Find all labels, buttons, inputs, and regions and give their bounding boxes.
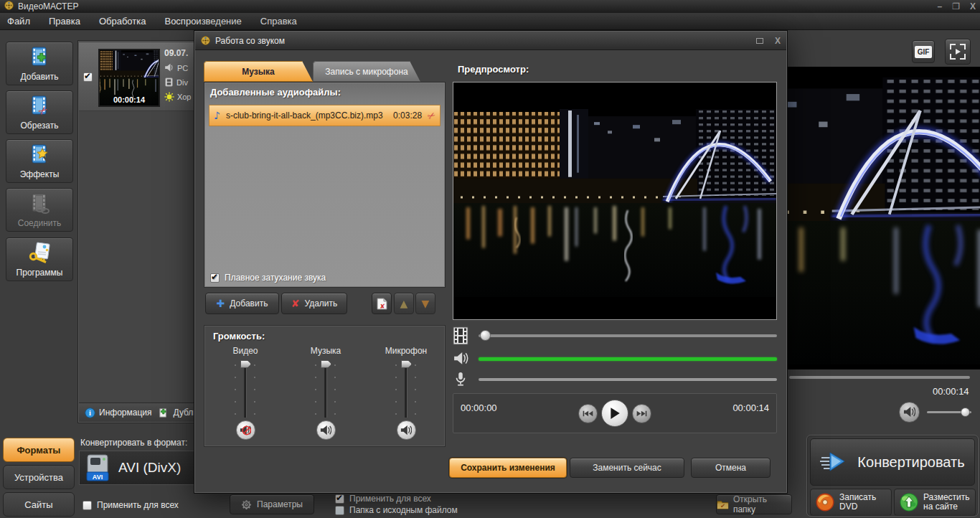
gif-button[interactable]: GIF bbox=[912, 40, 935, 63]
svg-text:✘: ✘ bbox=[380, 303, 385, 310]
cancel-button[interactable]: Отмена bbox=[691, 458, 771, 478]
tab-formats[interactable]: Форматы bbox=[3, 438, 75, 462]
fullscreen-play-icon bbox=[950, 44, 966, 60]
action-panel: Конвертировать ЗаписатьDVD Разместитьна … bbox=[806, 435, 979, 517]
clip-list-toolbar: i Информация Дублир bbox=[79, 402, 200, 422]
globe-upload-icon bbox=[899, 492, 919, 512]
menu-processing[interactable]: Обработка bbox=[99, 16, 146, 27]
apply-all-checkbox[interactable]: ✔ bbox=[335, 494, 344, 504]
tab-microphone[interactable]: Запись с микрофона bbox=[313, 61, 420, 82]
open-folder-button[interactable]: ✔ Открыть папку bbox=[716, 494, 792, 514]
replace-now-button[interactable]: Заменить сейчас bbox=[570, 458, 684, 478]
mic-mute-button[interactable] bbox=[397, 420, 416, 440]
format-apply-all[interactable]: Применить для всех bbox=[83, 500, 179, 510]
avi-format-icon: AVI bbox=[84, 453, 111, 482]
window-close-button[interactable]: X bbox=[970, 1, 976, 11]
sidebar-item-label: Обрезать bbox=[21, 121, 59, 131]
audio-file-item[interactable]: ♪ s-club-bring-it-all-back_(mp3CC.biz).m… bbox=[209, 105, 440, 126]
sidebar-item-programs[interactable]: Программы bbox=[6, 237, 73, 281]
dialog-close-button[interactable]: X bbox=[775, 36, 781, 46]
menu-edit[interactable]: Правка bbox=[49, 16, 80, 27]
fade-checkbox[interactable]: ✔ bbox=[210, 273, 220, 283]
slider-handle[interactable] bbox=[401, 360, 412, 368]
window-titlebar: ВидеоМАСТЕР – ❐ X bbox=[0, 0, 980, 13]
dialog-titlebar: Работа со звуком X bbox=[195, 32, 786, 50]
move-down-button: ▼ bbox=[415, 293, 435, 314]
svg-text:✔: ✔ bbox=[720, 502, 725, 509]
slider-handle[interactable] bbox=[321, 360, 331, 368]
check-icon: ✔ bbox=[336, 493, 343, 503]
convert-button[interactable]: Конвертировать bbox=[810, 438, 975, 486]
video-mute-button[interactable] bbox=[236, 420, 255, 440]
main-seek-slider[interactable] bbox=[789, 376, 970, 379]
mic-volume-slider[interactable] bbox=[405, 362, 407, 418]
sidebar-item-join: Соединить bbox=[6, 188, 73, 232]
plus-icon: ✚ bbox=[217, 298, 225, 309]
main-volume-slider[interactable] bbox=[927, 411, 971, 413]
previous-frame-button[interactable] bbox=[578, 404, 598, 423]
microphone-icon bbox=[453, 372, 468, 387]
next-frame-button[interactable] bbox=[632, 404, 651, 423]
sidebar-item-effects[interactable]: Эффекты bbox=[6, 139, 73, 183]
dialog-minimize-button[interactable] bbox=[756, 38, 763, 44]
menu-help[interactable]: Справка bbox=[260, 16, 297, 27]
fade-checkbox-row[interactable]: ✔ Плавное затухание звука bbox=[210, 273, 326, 283]
film-join-icon bbox=[28, 192, 51, 217]
source-folder-checkbox-row[interactable]: Папка с исходным файлом bbox=[335, 505, 458, 515]
mic-level-bar[interactable] bbox=[479, 378, 777, 381]
trim-audio-icon[interactable]: ✂ bbox=[425, 109, 438, 122]
format-apply-all-checkbox[interactable] bbox=[83, 501, 92, 510]
tab-music[interactable]: Музыка bbox=[204, 61, 313, 82]
clip-quality: Хор bbox=[177, 93, 191, 101]
upload-site-button[interactable]: Разместитьна сайте bbox=[894, 489, 976, 516]
main-mute-button[interactable] bbox=[899, 402, 920, 423]
preview-seek-slider[interactable] bbox=[479, 334, 777, 337]
videomaster-window: ВидеоМАСТЕР – ❐ X Файл Правка Обработка … bbox=[0, 0, 980, 518]
audio-file-name: s-club-bring-it-all-back_(mp3CC.biz).mp3 bbox=[226, 110, 387, 121]
save-changes-button[interactable]: Сохранить изменения bbox=[449, 458, 567, 478]
clip-row[interactable]: ✔ 00:00:14 09.07. PC Div Хор bbox=[79, 42, 195, 111]
add-audio-button[interactable]: ✚ Добавить bbox=[205, 293, 279, 314]
apply-all-checkbox-row[interactable]: ✔ Применить для всех bbox=[335, 494, 431, 504]
up-arrow-icon: ▲ bbox=[400, 298, 408, 309]
slider-handle[interactable] bbox=[240, 360, 251, 368]
play-button[interactable] bbox=[601, 400, 628, 427]
music-level-bar[interactable] bbox=[479, 357, 777, 361]
window-minimize-button[interactable]: – bbox=[938, 1, 943, 11]
burn-dvd-button[interactable]: ЗаписатьDVD bbox=[810, 489, 892, 516]
selected-format[interactable]: AVI AVI (DivX) bbox=[79, 451, 201, 485]
video-volume-slider[interactable] bbox=[244, 362, 247, 418]
volume-channel-music: Музыка bbox=[293, 346, 358, 440]
film-effects-icon bbox=[28, 143, 51, 168]
sidebar-item-add[interactable]: Добавить bbox=[6, 42, 73, 85]
fullscreen-preview-button[interactable] bbox=[945, 39, 971, 65]
tab-devices[interactable]: Устройства bbox=[3, 465, 75, 489]
dialog-reel-icon bbox=[201, 36, 210, 45]
main-video-preview bbox=[788, 67, 980, 369]
clear-list-button[interactable]: ✘ bbox=[372, 293, 392, 314]
delete-audio-button[interactable]: ✘ Удалить bbox=[281, 293, 347, 314]
sidebar-item-trim[interactable]: ✂ Обрезать bbox=[6, 90, 73, 134]
film-add-icon bbox=[28, 45, 51, 70]
parameters-button[interactable]: Параметры bbox=[230, 494, 314, 514]
mic-level-row bbox=[453, 370, 777, 389]
gif-label: GIF bbox=[915, 46, 933, 58]
audio-files-header: Добавленные аудиофайлы: bbox=[204, 83, 445, 100]
info-button[interactable]: i Информация bbox=[85, 408, 151, 418]
menu-file[interactable]: Файл bbox=[7, 16, 30, 27]
seek-handle[interactable] bbox=[480, 330, 491, 341]
menu-playback[interactable]: Воспроизведение bbox=[164, 16, 241, 27]
speaker-icon bbox=[453, 352, 468, 366]
music-mute-button[interactable] bbox=[316, 420, 336, 440]
audio-codec-icon bbox=[164, 63, 174, 72]
transport-panel: 00:00:00 00:00:14 bbox=[453, 393, 777, 433]
volume-slider-handle[interactable] bbox=[961, 408, 970, 417]
clip-checkbox[interactable]: ✔ bbox=[83, 72, 93, 82]
clip-thumbnail[interactable]: 00:00:14 bbox=[98, 49, 160, 107]
window-maximize-button[interactable]: ❐ bbox=[952, 1, 960, 11]
gear-icon bbox=[241, 499, 252, 510]
tab-sites[interactable]: Сайты bbox=[3, 492, 75, 517]
clip-audio-codec: PC bbox=[177, 64, 188, 72]
source-folder-checkbox[interactable] bbox=[335, 506, 344, 515]
music-volume-slider[interactable] bbox=[324, 362, 327, 418]
